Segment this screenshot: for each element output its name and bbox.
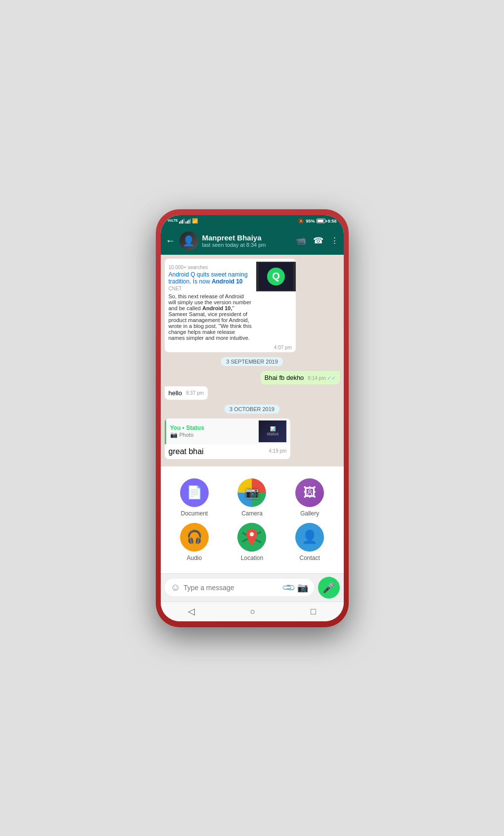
- status-bar: VoLTE 📶 🔕 95% 8:56: [161, 215, 344, 227]
- link-desc: So, this next release of Android will si…: [169, 293, 253, 341]
- date-separator-oct: 3 OCTOBER 2019: [225, 405, 279, 414]
- phone-screen: VoLTE 📶 🔕 95% 8:56 ← 👤: [161, 215, 344, 621]
- document-label: Document: [181, 510, 208, 517]
- link-title: Android Q quits sweet naming tradition. …: [169, 271, 253, 292]
- attachment-camera[interactable]: Camera: [226, 478, 278, 517]
- msg-text: great bhai: [169, 447, 204, 456]
- contact-icon: 👤: [302, 529, 318, 545]
- message-link: 10,000+ searches Android Q quits sweet n…: [165, 259, 296, 352]
- audio-icon: 🎧: [186, 529, 202, 545]
- document-icon: 📄: [186, 485, 202, 500]
- gallery-icon-circle: 🖼: [295, 478, 324, 507]
- svg-point-3: [250, 532, 254, 536]
- camera-color-wheel: [237, 478, 266, 507]
- attachment-location[interactable]: Location: [226, 523, 278, 561]
- chat-header: ← 👤 Manpreet Bhaiya last seen today at 8…: [161, 227, 344, 255]
- attachment-gallery[interactable]: 🖼 Gallery: [284, 478, 336, 517]
- signal-icon: [179, 219, 184, 224]
- mic-icon: 🎤: [322, 582, 335, 594]
- msg-time: 4:19 pm: [269, 448, 286, 454]
- attachment-button[interactable]: 📎: [281, 580, 296, 595]
- message-input-wrap: ☺ 📎 📷: [165, 579, 314, 596]
- camera-input-button[interactable]: 📷: [297, 582, 308, 593]
- phone-frame: VoLTE 📶 🔕 95% 8:56 ← 👤: [156, 209, 349, 627]
- contact-icon-circle: 👤: [295, 523, 324, 552]
- mute-icon: 🔕: [298, 219, 304, 224]
- status-left: VoLTE 📶: [168, 218, 198, 224]
- chat-area: 10,000+ searches Android Q quits sweet n…: [161, 255, 344, 466]
- avatar[interactable]: 👤: [180, 232, 198, 250]
- attachment-audio[interactable]: 🎧 Audio: [169, 523, 221, 561]
- contact-name: Manpreet Bhaiya: [202, 233, 292, 242]
- nav-back-button[interactable]: ◁: [188, 606, 195, 617]
- status-header: You • Status 📷 Photo 📊status: [165, 418, 291, 444]
- status-sub: 📷 Photo: [170, 431, 204, 438]
- gallery-icon: 🖼: [303, 485, 316, 500]
- wifi-icon: 📶: [192, 218, 198, 224]
- msg-text: hello: [169, 389, 182, 397]
- sent-message-1: Bhai fb dekho 8:14 pm ✓✓: [261, 371, 340, 384]
- battery-pct: 95%: [306, 219, 315, 224]
- attachment-document[interactable]: 📄 Document: [169, 478, 221, 517]
- audio-label: Audio: [186, 555, 202, 561]
- msg-time: 8:14 pm ✓✓: [308, 375, 335, 381]
- gallery-label: Gallery: [300, 510, 319, 517]
- voice-call-icon[interactable]: ☎: [313, 235, 323, 246]
- location-icon-circle: [237, 523, 266, 552]
- date-separator-sep: 3 SEPTEMBER 2019: [221, 357, 283, 366]
- nav-recents-button[interactable]: □: [311, 606, 316, 617]
- back-button[interactable]: ←: [166, 235, 176, 246]
- link-thumbnail: Q: [256, 262, 296, 291]
- video-call-icon[interactable]: 📹: [296, 235, 306, 246]
- location-label: Location: [241, 555, 263, 561]
- attachment-sheet: 📄 Document Camera 🖼 Gallery: [161, 466, 344, 573]
- contact-label: Contact: [299, 555, 320, 561]
- status-text-area: great bhai 4:19 pm: [165, 444, 291, 459]
- document-icon-circle: 📄: [180, 478, 209, 507]
- status-right: 🔕 95% 8:56: [298, 219, 336, 224]
- emoji-button[interactable]: ☺: [171, 582, 181, 593]
- battery-icon: [317, 219, 325, 223]
- location-map-icon: [237, 523, 266, 552]
- header-icons: 📹 ☎ ⋮: [296, 235, 339, 246]
- audio-icon-circle: 🎧: [180, 523, 209, 552]
- msg-text: Bhai fb dekho: [265, 374, 304, 381]
- nav-bar: ◁ ○ □: [161, 602, 344, 621]
- status-sender: You • Status: [170, 424, 204, 431]
- received-message-1: hello 8:37 pm: [165, 386, 208, 400]
- header-info[interactable]: Manpreet Bhaiya last seen today at 8:34 …: [202, 233, 292, 248]
- camera-icon-circle: [237, 478, 266, 507]
- signal-icon-2: [185, 219, 191, 224]
- status-message: You • Status 📷 Photo 📊status great bhai …: [165, 418, 291, 459]
- clock: 8:56: [327, 219, 336, 224]
- camera-label: Camera: [241, 510, 263, 517]
- attachment-grid: 📄 Document Camera 🖼 Gallery: [169, 474, 336, 565]
- message-bar: ☺ 📎 📷 🎤: [161, 573, 344, 602]
- message-input[interactable]: [183, 584, 280, 592]
- attachment-contact[interactable]: 👤 Contact: [284, 523, 336, 561]
- msg-time: 8:37 pm: [186, 390, 204, 396]
- carrier-label: VoLTE: [168, 219, 178, 223]
- mic-button[interactable]: 🎤: [318, 577, 340, 599]
- nav-home-button[interactable]: ○: [250, 606, 256, 617]
- msg-time-link: 4:07 pm: [165, 344, 296, 352]
- tick-icon: ✓✓: [327, 375, 336, 381]
- status-thumbnail: 📊status: [259, 420, 286, 442]
- last-seen: last seen today at 8:34 pm: [202, 242, 292, 248]
- link-searches: 10,000+ searches: [169, 265, 253, 270]
- more-options-icon[interactable]: ⋮: [330, 235, 339, 246]
